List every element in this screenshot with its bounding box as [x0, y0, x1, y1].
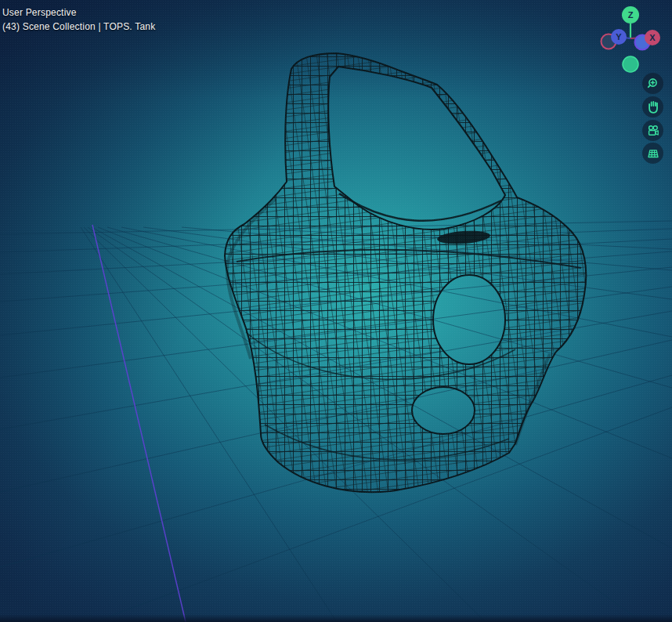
hand-icon: [646, 100, 660, 114]
axis-z-label: Z: [628, 10, 634, 20]
axis-z-negative-ball[interactable]: [623, 56, 638, 72]
navigation-gizmo[interactable]: Z Y X: [594, 2, 667, 74]
viewport-overlay-text: User Perspective (43) Scene Collection |…: [2, 5, 155, 34]
view-name-label: User Perspective: [2, 5, 155, 20]
mesh-front-layer: [225, 53, 586, 492]
grid-toggle-button[interactable]: [642, 143, 663, 164]
pan-button[interactable]: [642, 96, 663, 118]
blender-3d-viewport[interactable]: User Perspective (43) Scene Collection |…: [0, 0, 672, 622]
axis-y-label: Y: [616, 32, 622, 42]
wireframe-model[interactable]: [225, 53, 586, 492]
zoom-button[interactable]: [642, 73, 663, 94]
axis-x-label: X: [649, 33, 656, 42]
magnifier-plus-icon: [646, 77, 660, 91]
y-axis-line: [92, 225, 186, 622]
breadcrumb: (43) Scene Collection | TOPS. Tank: [2, 20, 155, 34]
camera-icon: [646, 124, 660, 138]
scene-canvas: [0, 0, 672, 622]
camera-view-button[interactable]: [642, 120, 663, 141]
grid-icon: [646, 146, 660, 161]
